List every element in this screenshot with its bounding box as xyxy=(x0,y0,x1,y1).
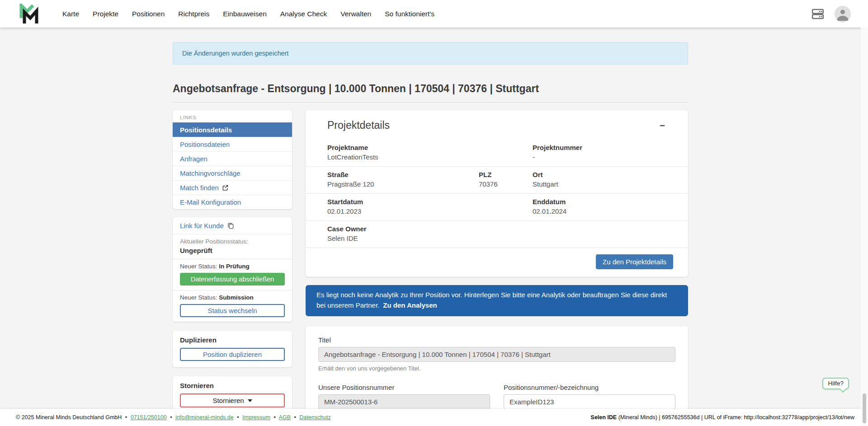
copyright-text: © 2025 Mineral Minds Deutschland GmbH xyxy=(16,414,122,421)
new-status-value: Submission xyxy=(219,294,254,301)
nav-item-analyse-check[interactable]: Analyse Check xyxy=(280,10,327,18)
finish-data-entry-button[interactable]: Datenerfassung abschließen xyxy=(180,273,285,286)
position-number-field: Positionsnummer/-bezeichnung Z.B. Intern… xyxy=(504,384,675,409)
sidebar-item-matchingvorschlaege[interactable]: Matchingvorschläge xyxy=(173,166,292,180)
nav-item-karte[interactable]: Karte xyxy=(62,10,79,18)
title-input xyxy=(318,347,675,362)
cancel-card-header: Stornieren xyxy=(180,382,285,389)
separator: • xyxy=(170,414,172,421)
nav-item-richtpreis[interactable]: Richtpreis xyxy=(178,10,209,18)
new-status-prefix: Neuer Status: xyxy=(180,263,217,270)
nav-item-verwalten[interactable]: Verwalten xyxy=(340,10,371,18)
nav-item-so-funktionierts[interactable]: So funktioniert's xyxy=(385,10,434,18)
server-icon[interactable] xyxy=(811,7,825,21)
our-position-number-field: Unsere Positionsnummer Erhält eine syste… xyxy=(318,384,490,409)
new-status-text: Neuer Status: Submission xyxy=(180,294,285,301)
session-details: (Mineral Minds) | 69576255536d | URL of … xyxy=(617,414,854,421)
title-field: Titel Erhält den von uns vorgegebenen Ti… xyxy=(318,336,675,372)
next-status-block-2: Neuer Status: Submission Status wechseln xyxy=(173,290,292,322)
sidebar-item-match-finden[interactable]: Match finden xyxy=(173,180,292,195)
project-row: Startdatum 02.01.2023 Enddatum 02.01.202… xyxy=(306,194,688,220)
scrollbar-track[interactable] xyxy=(861,28,868,426)
field-label: Ort xyxy=(533,171,666,178)
cancel-button-label: Stornieren xyxy=(212,397,244,404)
analytics-banner-text: Es liegt noch keine Analytik zu Ihrer Po… xyxy=(316,291,667,309)
mineral-minds-logo-icon xyxy=(18,4,40,24)
sidebar-item-label: Positionsdateien xyxy=(180,140,230,149)
current-status-block: Aktueller Positionsstatus: Ungeprüft xyxy=(173,234,292,259)
session-info: Selen IDE (Mineral Minds) | 69576255536d… xyxy=(591,414,854,421)
nav-item-projekte[interactable]: Projekte xyxy=(93,10,118,18)
duplicate-card: Duplizieren Position duplizieren xyxy=(173,331,292,367)
footer-link-email[interactable]: info@mineral-minds.de xyxy=(175,414,234,421)
new-status-prefix: Neuer Status: xyxy=(180,294,217,301)
sidebar-item-positionsdetails[interactable]: Positionsdetails xyxy=(173,122,292,137)
current-status-value: Ungeprüft xyxy=(180,247,285,254)
field-value: LotCreationTests xyxy=(327,153,479,161)
footer: © 2025 Mineral Minds Deutschland GmbH • … xyxy=(0,409,868,426)
field-label: PLZ xyxy=(479,171,533,178)
links-card-header: LINKS xyxy=(173,110,292,122)
field-value: - xyxy=(533,153,666,161)
sidebar-item-label: Matchingvorschläge xyxy=(180,169,240,178)
our-position-number-label: Unsere Positionsnummer xyxy=(318,384,490,391)
content-area: Die Änderungen wurden gespeichert Angebo… xyxy=(0,28,861,409)
user-avatar[interactable] xyxy=(835,6,851,22)
field-value: Pragstraße 120 xyxy=(327,180,479,188)
collapse-button[interactable]: − xyxy=(657,121,668,131)
field-label: Projektnummer xyxy=(533,144,666,151)
alert-message: Die Änderungen wurden gespeichert xyxy=(182,50,288,57)
field-label: Case Owner xyxy=(327,225,479,233)
position-number-label: Positionsnummer/-bezeichnung xyxy=(504,384,675,391)
footer-link-impressum[interactable]: Impressum xyxy=(242,414,270,421)
position-number-input[interactable] xyxy=(504,394,675,409)
project-details-title: Projektdetails xyxy=(327,119,390,131)
sidebar-item-label: Match finden xyxy=(180,183,219,192)
new-status-text: Neuer Status: In Prüfung xyxy=(180,263,285,270)
project-details-card: Projektdetails − Projektname LotCreation… xyxy=(306,110,688,277)
top-navigation: Karte Projekte Positionen Richtpreis Ein… xyxy=(0,0,868,28)
footer-link-datenschutz[interactable]: Datenschutz xyxy=(299,414,330,421)
footer-link-agb[interactable]: AGB xyxy=(279,414,291,421)
separator: • xyxy=(294,414,296,421)
separator: • xyxy=(274,414,275,421)
sidebar-item-positionsdateien[interactable]: Positionsdateien xyxy=(173,137,292,151)
sidebar-item-label: E-Mail Konfiguration xyxy=(180,197,241,207)
footer-link-phone[interactable]: 07151/250100 xyxy=(131,414,167,421)
save-success-alert: Die Änderungen wurden gespeichert xyxy=(173,42,688,65)
field-value: 70376 xyxy=(479,180,533,188)
sidebar-item-label: Anfragen xyxy=(180,154,208,164)
help-button[interactable]: Hilfe? xyxy=(822,378,849,389)
sidebar-item-anfragen[interactable]: Anfragen xyxy=(173,151,292,166)
nav-item-einbauweisen[interactable]: Einbauweisen xyxy=(223,10,267,18)
go-to-project-details-button[interactable]: Zu den Projektdetails xyxy=(596,254,673,269)
duplicate-card-header: Duplizieren xyxy=(180,336,285,344)
duplicate-position-button[interactable]: Position duplizieren xyxy=(180,348,285,361)
main-column: Projektdetails − Projektname LotCreation… xyxy=(306,110,688,409)
status-card: Link für Kunde Aktueller Positionsstatus… xyxy=(173,217,292,322)
switch-status-button[interactable]: Status wechseln xyxy=(180,304,285,317)
go-to-analyses-link[interactable]: Zu den Analysen xyxy=(383,301,437,309)
customer-link[interactable]: Link für Kunde xyxy=(173,217,292,234)
field-label: Enddatum xyxy=(533,198,666,206)
session-user: Selen IDE xyxy=(591,414,617,421)
caret-down-icon xyxy=(248,399,252,402)
project-row: Case Owner Selen IDE xyxy=(306,221,688,248)
sidebar-item-email-konfiguration[interactable]: E-Mail Konfiguration xyxy=(173,195,292,209)
separator: • xyxy=(125,414,127,421)
separator: • xyxy=(237,414,239,421)
current-status-label: Aktueller Positionsstatus: xyxy=(180,238,285,245)
position-form-card: Titel Erhält den von uns vorgegebenen Ti… xyxy=(306,326,688,409)
external-link-icon xyxy=(222,184,229,191)
customer-link-label: Link für Kunde xyxy=(180,222,224,229)
field-label: Projektname xyxy=(327,144,479,151)
field-label: Startdatum xyxy=(327,198,479,206)
sidebar: LINKS Positionsdetails Positionsdateien … xyxy=(173,110,292,409)
nav-item-positionen[interactable]: Positionen xyxy=(132,10,165,18)
brand-logo[interactable] xyxy=(18,4,40,24)
cancel-dropdown-button[interactable]: Stornieren xyxy=(180,393,285,407)
field-value: Stuttgart xyxy=(533,180,666,188)
field-value: 02.01.2023 xyxy=(327,207,479,215)
title-field-label: Titel xyxy=(318,336,675,344)
scrollbar-thumb[interactable] xyxy=(863,393,866,423)
